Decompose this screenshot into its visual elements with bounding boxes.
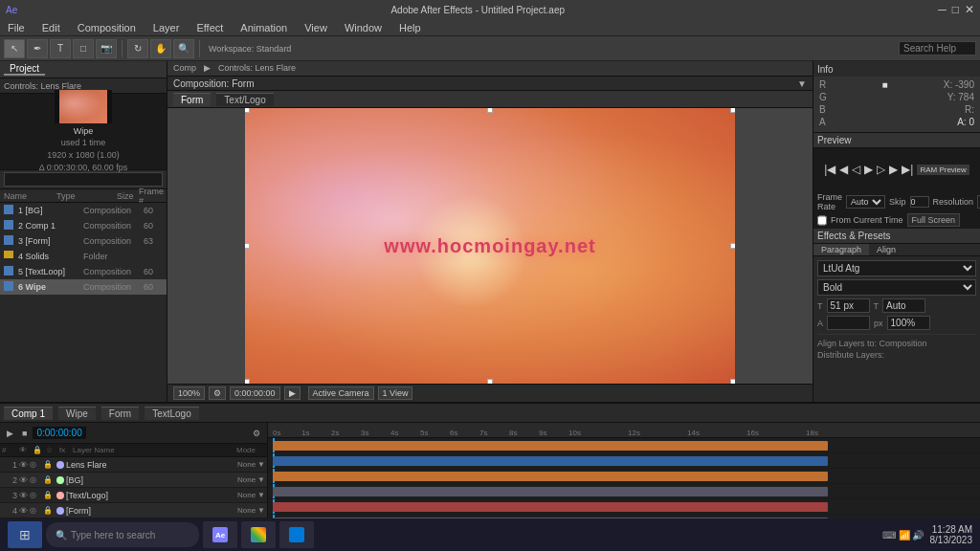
project-item[interactable]: 4 Solids Folder xyxy=(0,249,167,264)
track-row xyxy=(268,438,980,453)
tool-zoom[interactable]: 🔍 xyxy=(173,39,194,58)
view-select[interactable]: 1 View xyxy=(378,386,413,400)
viewer-tab-form[interactable]: Form xyxy=(173,93,211,106)
tool-camera[interactable]: 📷 xyxy=(96,39,117,58)
project-item[interactable]: 5 [TextLoop] Composition 60 xyxy=(0,264,167,279)
timeline-tab-form[interactable]: Form xyxy=(101,407,139,420)
timeline-panel: Comp 1 Wipe Form TextLogo ▶ ■ 0:00:00:00… xyxy=(0,402,980,536)
project-item-wipe[interactable]: 6 Wipe Composition 60 xyxy=(0,279,167,295)
full-screen-btn[interactable]: Full Screen xyxy=(907,213,961,227)
prev-fwd-btn[interactable]: ▶ xyxy=(889,163,898,176)
menu-view[interactable]: View xyxy=(301,22,331,33)
taskbar-explorer-btn[interactable] xyxy=(279,521,314,548)
project-item[interactable]: 3 [Form] Composition 63 xyxy=(0,233,167,249)
play-btn[interactable]: ▶ xyxy=(284,386,301,400)
menu-help[interactable]: Help xyxy=(395,22,425,33)
menu-composition[interactable]: Composition xyxy=(74,22,140,33)
track-row xyxy=(268,453,980,469)
track-row xyxy=(268,469,980,484)
layer-solo-1[interactable]: ◎ xyxy=(30,460,41,469)
tl-play-btn[interactable]: ▶ xyxy=(4,428,16,439)
toolbar: ↖ ✒ T □ 📷 ↻ ✋ 🔍 Workspace: Standard Sear… xyxy=(0,36,980,61)
camera-select[interactable]: Active Camera xyxy=(308,386,374,400)
prev-back-btn[interactable]: ◀ xyxy=(839,163,848,176)
tl-options[interactable]: ⚙ xyxy=(250,428,263,439)
menu-window[interactable]: Window xyxy=(341,22,386,33)
canvas-preview: www.hocmoingay.net xyxy=(245,108,735,384)
align-tab[interactable]: Align xyxy=(869,244,903,255)
zoom-display[interactable]: 100% xyxy=(173,386,205,400)
skip-input[interactable] xyxy=(910,196,929,208)
layer-vis-1[interactable]: 👁 xyxy=(19,460,28,470)
timeline-tab-wipe[interactable]: Wipe xyxy=(58,407,96,420)
project-preview-area: Wipe used 1 time 1920 x 1080 (1.00) Δ 0:… xyxy=(0,94,167,170)
tool-rotate[interactable]: ↻ xyxy=(127,39,148,58)
track-row xyxy=(268,499,980,515)
font-select[interactable]: LtUd Atg xyxy=(817,260,976,276)
project-tab[interactable]: Project xyxy=(4,63,45,76)
prev-back-frame[interactable]: ◁ xyxy=(852,163,860,176)
char-para-tabs: Paragraph Align xyxy=(813,244,980,256)
leading-input[interactable] xyxy=(887,316,930,330)
kerning-input[interactable] xyxy=(827,316,870,330)
prev-ram-btn[interactable]: RAM Preview xyxy=(917,165,969,175)
font-style-select[interactable]: Bold xyxy=(817,279,976,296)
effects-panel-title: Effects & Presets xyxy=(813,229,980,244)
align-section: Align Layers to: Composition Distribute … xyxy=(817,334,976,360)
viewer-tab-textlogo[interactable]: Text/Logo xyxy=(216,93,273,106)
paragraph-tab[interactable]: Paragraph xyxy=(813,244,869,255)
project-item-list: 1 [BG] Composition 60 2 Comp 1 Compositi… xyxy=(0,203,167,402)
maximize-btn[interactable]: □ xyxy=(952,3,959,16)
prev-play-btn[interactable]: ▶ xyxy=(864,163,873,176)
timecode-display[interactable]: 0:00:00:00 xyxy=(230,386,280,400)
start-button[interactable]: ⊞ xyxy=(8,521,42,548)
search-help[interactable]: Search Help xyxy=(899,41,976,55)
menu-effect[interactable]: Effect xyxy=(192,22,227,33)
menu-layer[interactable]: Layer xyxy=(149,22,184,33)
prev-first-btn[interactable]: |◀ xyxy=(824,163,835,176)
taskbar-ae-btn[interactable]: Ae xyxy=(203,521,237,548)
canvas-watermark: www.hocmoingay.net xyxy=(384,234,595,256)
taskbar-chrome-btn[interactable] xyxy=(241,521,276,548)
prev-last-btn[interactable]: ▶| xyxy=(902,163,913,176)
right-panel: Info R■ X: -390 G Y: 784 B R: AA: 0 xyxy=(813,61,980,402)
tool-text[interactable]: T xyxy=(50,39,71,58)
layer-row[interactable]: 3 👁 ◎ 🔒 [Text/Logo] None ▼ xyxy=(0,488,267,503)
menu-edit[interactable]: Edit xyxy=(38,22,64,33)
minimize-btn[interactable]: ─ xyxy=(938,3,947,16)
search-bar[interactable]: 🔍 Type here to search xyxy=(46,522,199,547)
timeline-tab-textlogo[interactable]: TextLogo xyxy=(145,407,199,420)
preview-section: Preview |◀ ◀ ◁ ▶ ▷ ▶ ▶| RAM Preview Fram… xyxy=(813,133,980,229)
project-search-input[interactable] xyxy=(4,172,163,187)
project-item[interactable]: 1 [BG] Composition 60 xyxy=(0,203,167,218)
project-item[interactable]: 2 Comp 1 Composition 60 xyxy=(0,218,167,233)
tool-shape[interactable]: □ xyxy=(73,39,94,58)
frame-rate-btn[interactable]: ⚙ xyxy=(209,386,226,400)
layer-row[interactable]: 2 👁 ◎ 🔒 [BG] None ▼ xyxy=(0,473,267,488)
layer-row[interactable]: 1 👁 ◎ 🔒 Lens Flare None ▼ xyxy=(0,457,267,473)
track-row xyxy=(268,484,980,499)
tracking-input[interactable] xyxy=(882,298,925,313)
menu-animation[interactable]: Animation xyxy=(236,22,291,33)
layer-row[interactable]: 4 👁 ◎ 🔒 [Form] None ▼ xyxy=(0,503,267,518)
tool-hand[interactable]: ✋ xyxy=(150,39,171,58)
tool-select[interactable]: ↖ xyxy=(4,39,25,58)
close-btn[interactable]: ✕ xyxy=(965,3,974,16)
tool-pen[interactable]: ✒ xyxy=(27,39,48,58)
tl-stop-btn[interactable]: ■ xyxy=(19,428,30,439)
title-bar: Ae Adobe After Effects - Untitled Projec… xyxy=(0,0,980,19)
prev-fwd-frame[interactable]: ▷ xyxy=(877,163,885,176)
font-size-input[interactable] xyxy=(827,298,870,313)
timeline-timecode[interactable]: 0:00:00:00 xyxy=(33,427,85,439)
window-controls: ─ □ ✕ xyxy=(938,3,974,16)
timeline-controls-row: ▶ ■ 0:00:00:00 ⚙ xyxy=(0,423,267,444)
frame-rate-select[interactable]: Auto xyxy=(846,195,885,209)
menu-file[interactable]: File xyxy=(4,22,29,33)
project-column-headers: Name Type Size Frame # xyxy=(0,189,167,203)
playback-controls: ▶ xyxy=(284,386,301,400)
timeline-tab-comp1[interactable]: Comp 1 xyxy=(4,407,53,420)
win-tray: ⌨ 📶 🔊 11:28 AM 8/13/2023 xyxy=(882,524,972,545)
from-current-checkbox[interactable] xyxy=(817,214,827,227)
layer-lock-1[interactable]: 🔒 xyxy=(43,460,55,469)
viewer-panel: Comp ▶ Controls: Lens Flare Composition:… xyxy=(167,61,813,402)
